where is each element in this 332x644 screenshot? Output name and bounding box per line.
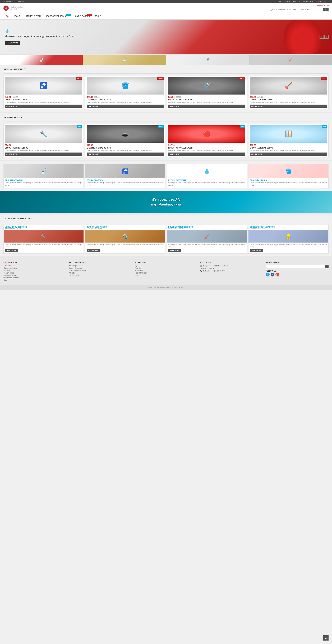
blog-grid: LOREM IPSUM DOLOR SIT 14.02.2015 BY ADMI… — [3, 225, 329, 254]
special-products-section: SPECIAL PRODUCTS 🚰 SALE! $46.90 $87.90 E… — [0, 65, 332, 112]
new-add-to-cart-1[interactable]: ADD TO CART — [5, 152, 82, 156]
footer-link-international[interactable]: International Shipping — [69, 270, 132, 272]
hero-next-button[interactable]: ❯ — [325, 35, 329, 38]
login-link[interactable]: LOG IN — [316, 1, 322, 2]
product-2-old-price: $87.90 — [94, 96, 100, 98]
nav-kitchen[interactable]: KITCHEN & BATH — [23, 13, 43, 19]
nav-tools[interactable]: TOOLS — [92, 13, 104, 19]
blog-post-4: CONSECTETUER ADIPISCING 13.02.2015 BY AD… — [248, 225, 329, 254]
blog-text-4: Lorem ipsum dolor tristique adipiscing e… — [248, 242, 328, 249]
add-to-cart-3[interactable]: ADD TO CART — [168, 104, 245, 108]
special-product-1: 🚰 SALE! $46.90 $87.90 EPSUM FACTORIAL DE… — [3, 76, 84, 109]
nav-decorative[interactable]: DECORATIVE PRODUCTS NEW — [43, 13, 71, 19]
hero-nav: ❮ ❯ — [320, 35, 329, 38]
footer-link-orders[interactable]: Orders and Returns — [3, 277, 66, 279]
add-to-cart-4[interactable]: ADD TO CART — [250, 104, 327, 108]
product-4-desc: Epsum factorial non deins qua hic record… — [250, 101, 327, 104]
footer-link-about[interactable]: About Us — [3, 265, 66, 266]
new-product-4: 🪟 NEW $18.90 EPSUM FACTORIAL DEPOSIT Eps… — [248, 124, 329, 157]
my-account-link[interactable]: MY ACCOUNT — [279, 1, 290, 2]
new-product-1-pricing: $54.90 — [5, 144, 82, 146]
sale-badge-2: SALE! — [157, 77, 164, 80]
thumb-4[interactable]: 🪠 — [249, 54, 332, 65]
new-product-1-name: EPSUM FACTORIAL DEPOSIT — [5, 147, 82, 149]
read-more-4[interactable]: READ MORE — [250, 249, 263, 252]
blog-text-1: Lorem ipsum dolor tristique adipiscing e… — [4, 242, 84, 249]
footer-why-buy-title: WHY BUY FROM US — [69, 261, 132, 263]
footer-link-affiliates[interactable]: Affiliates — [69, 272, 132, 274]
footer-information: INFORMATION About Us Customer Service Si… — [3, 261, 66, 282]
contacts-info: 🏢 Company Inc., 8901 Marmora Road, Glasg… — [200, 265, 263, 272]
footer-link-mywishlist[interactable]: My Wishlist — [135, 270, 197, 272]
footer-information-title: INFORMATION — [3, 261, 66, 263]
shop-now-button[interactable]: SHOP NOW! — [5, 41, 20, 45]
search-button[interactable]: 🔍 — [323, 8, 329, 12]
new-add-to-cart-3[interactable]: ADD TO CART — [168, 152, 245, 156]
read-more-1[interactable]: READ MORE — [5, 249, 18, 252]
product-2-name: EPSUM FACTORIAL DEPOSIT — [87, 99, 164, 101]
new-add-to-cart-2[interactable]: ADD TO CART — [87, 152, 164, 156]
new-product-4-icon: 🪟 — [285, 130, 292, 138]
product-4-icon: 🪠 — [285, 82, 292, 90]
footer-link-contact[interactable]: Contact — [3, 279, 66, 281]
new-product-4-price: $18.90 — [250, 144, 256, 146]
new-product-4-image: 🪟 — [250, 125, 327, 143]
currency-selector[interactable]: $ — [328, 1, 329, 2]
logo-text: Plumbing Supplies since 2015 — [10, 6, 23, 10]
new-products-grid: 🔧 NEW $54.90 EPSUM FACTORIAL DEPOSIT Eps… — [3, 124, 329, 157]
footer-link-group-sales[interactable]: Group Sales — [69, 274, 132, 276]
footer-link-advanced[interactable]: Advanced Search — [3, 274, 66, 276]
thumb-2[interactable]: 🛁 — [83, 54, 166, 65]
read-more-2[interactable]: READ MORE — [87, 249, 100, 252]
add-to-cart-1[interactable]: ADD TO CART — [5, 104, 82, 108]
footer-link-customer[interactable]: Customer Service — [3, 267, 66, 269]
nav-about[interactable]: ABOUT — [11, 13, 23, 19]
product-3-icon: 🚿 — [203, 82, 211, 90]
lang-selector[interactable]: En — [324, 1, 326, 2]
facebook-icon[interactable]: f — [271, 273, 274, 276]
top-bar: Welcome to our online store! MY ACCOUNT … — [0, 0, 332, 3]
search-input[interactable] — [299, 8, 323, 12]
wishlist-link[interactable]: MY WISHLIST — [303, 1, 314, 2]
new-product-1-image: 🔧 — [5, 125, 82, 143]
new-product-2-pricing: $12.90 — [87, 144, 164, 146]
footer-link-help[interactable]: Help — [135, 274, 197, 276]
footer-newsletter-title: NEWSLETTER — [266, 261, 329, 263]
info-title-2: EPSUM FACTORIAL — [85, 178, 165, 182]
divider-2 — [0, 160, 332, 161]
nav-home[interactable]: 🏠 — [3, 13, 11, 19]
logo[interactable]: 💧 Plumbing Supplies since 2015 — [3, 6, 23, 11]
special-products-grid: 🚰 SALE! $46.90 $87.90 EPSUM FACTORIAL DE… — [3, 76, 329, 109]
new-product-3-price: $97.90 — [168, 144, 175, 146]
thumb-1[interactable]: 🚽 — [0, 54, 83, 65]
footer-link-search[interactable]: Search Terms — [3, 272, 66, 274]
info-card-1: 🚽 EPSUM FACTORIAL Lorem ipsum dolor tris… — [3, 164, 84, 188]
footer-link-shipping[interactable]: Shipping & Returns — [69, 265, 132, 266]
hero-product-visual — [284, 20, 322, 54]
read-more-3[interactable]: READ MORE — [168, 249, 181, 252]
sale-badge-4: SALE! — [321, 77, 327, 80]
checkout-link[interactable]: CHECKOUT — [292, 1, 301, 2]
thumb-3[interactable]: 🚿 — [166, 54, 249, 65]
footer-link-secure[interactable]: Secure Shopping — [69, 267, 132, 269]
blog-post-3: DOLOR SIT AMET NSECTETU 13.02.2015 BY AD… — [167, 225, 247, 254]
blog-section: LATEST FROM THE BLOG LOREM IPSUM DOLOR S… — [0, 214, 332, 256]
follow-us-label: FOLLOW US — [266, 270, 329, 272]
info-img-2: 🚰 — [85, 164, 165, 178]
footer-link-viewcart[interactable]: View Cart — [135, 267, 197, 269]
hero-prev-button[interactable]: ❮ — [320, 35, 324, 38]
footer-link-signin[interactable]: Sign In — [135, 265, 197, 266]
new-add-to-cart-4[interactable]: ADD TO CART — [250, 152, 327, 156]
product-3-name: EPSUM FACTORIAL DEPOSIT — [168, 99, 245, 101]
add-to-cart-2[interactable]: ADD TO CART — [87, 104, 164, 108]
newsletter-input[interactable] — [266, 265, 325, 268]
new-products-title: NEW PRODUCTS — [3, 116, 22, 120]
googleplus-icon[interactable]: g+ — [275, 273, 279, 276]
twitter-icon[interactable]: t — [266, 273, 270, 276]
footer-link-track[interactable]: Track My Order — [135, 272, 197, 274]
nav-home-garden[interactable]: HOME & GARDEN SALE — [71, 13, 93, 19]
plumbing-banner: We accept readily any plumbing task — [0, 190, 332, 213]
slider-thumbnails: 🚽 🛁 🚿 🪠 — [0, 54, 332, 65]
footer-link-sitemap[interactable]: Site Map — [3, 270, 66, 272]
newsletter-submit-button[interactable]: › — [325, 265, 329, 268]
